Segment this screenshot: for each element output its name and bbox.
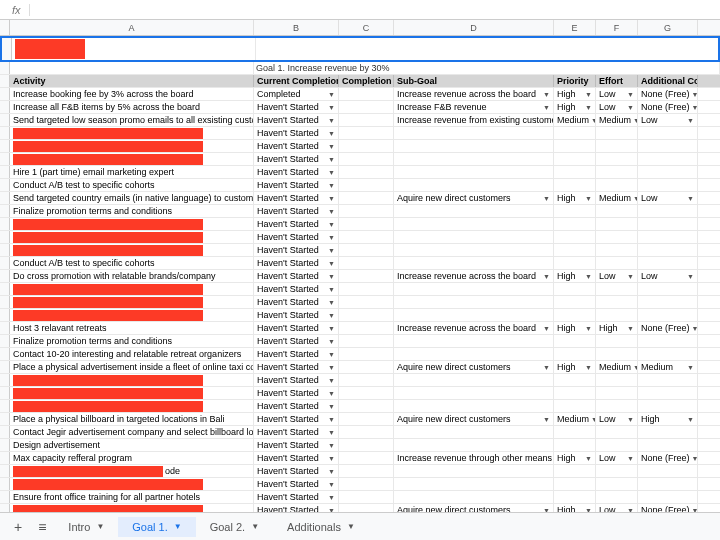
table-row[interactable]: Place a physical billboard in targeted l… bbox=[0, 413, 720, 426]
activity-cell[interactable]: Finalize promotion terms and conditions bbox=[10, 335, 254, 347]
table-row[interactable]: Conduct A/B test to specific cohortsHave… bbox=[0, 179, 720, 192]
dropdown-arrow-icon[interactable]: ▼ bbox=[543, 325, 550, 332]
activity-cell[interactable]: Hire 1 (part time) email marketing exper… bbox=[10, 166, 254, 178]
activity-cell[interactable] bbox=[10, 374, 254, 386]
priority-cell[interactable]: Medium▼ bbox=[554, 114, 596, 126]
activity-cell[interactable] bbox=[10, 309, 254, 321]
dropdown-arrow-icon[interactable]: ▼ bbox=[687, 117, 694, 124]
completion-date-cell[interactable] bbox=[339, 218, 394, 230]
completion-date-cell[interactable] bbox=[339, 101, 394, 113]
completion-rate-cell[interactable]: Haven't Started▼ bbox=[254, 205, 339, 217]
completion-rate-cell[interactable]: Haven't Started▼ bbox=[254, 192, 339, 204]
activity-cell[interactable]: Place a physical advertisement inside a … bbox=[10, 361, 254, 373]
completion-date-cell[interactable] bbox=[339, 270, 394, 282]
sheet-tab[interactable]: Additionals▼ bbox=[273, 517, 369, 537]
table-row[interactable]: Haven't Started▼ bbox=[0, 231, 720, 244]
dropdown-arrow-icon[interactable]: ▼ bbox=[328, 390, 335, 397]
dropdown-arrow-icon[interactable]: ▼ bbox=[585, 104, 592, 111]
effort-cell[interactable]: Low▼ bbox=[596, 88, 638, 100]
priority-cell[interactable] bbox=[554, 309, 596, 321]
activity-cell[interactable] bbox=[10, 231, 254, 243]
priority-cell[interactable] bbox=[554, 374, 596, 386]
cost-cell[interactable] bbox=[638, 179, 698, 191]
effort-cell[interactable] bbox=[596, 179, 638, 191]
effort-cell[interactable] bbox=[596, 348, 638, 360]
effort-cell[interactable] bbox=[596, 153, 638, 165]
dropdown-arrow-icon[interactable]: ▼ bbox=[328, 364, 335, 371]
dropdown-arrow-icon[interactable]: ▼ bbox=[328, 403, 335, 410]
completion-rate-cell[interactable]: Haven't Started▼ bbox=[254, 361, 339, 373]
completion-date-cell[interactable] bbox=[339, 387, 394, 399]
priority-cell[interactable]: High▼ bbox=[554, 361, 596, 373]
activity-cell[interactable]: Do cross promotion with relatable brands… bbox=[10, 270, 254, 282]
table-row[interactable]: Send targeted low season promo emails to… bbox=[0, 114, 720, 127]
completion-date-cell[interactable] bbox=[339, 309, 394, 321]
completion-date-cell[interactable] bbox=[339, 426, 394, 438]
table-row[interactable]: Haven't Started▼ bbox=[0, 140, 720, 153]
completion-rate-cell[interactable]: Haven't Started▼ bbox=[254, 478, 339, 490]
priority-cell[interactable] bbox=[554, 296, 596, 308]
completion-date-cell[interactable] bbox=[339, 114, 394, 126]
priority-cell[interactable] bbox=[554, 491, 596, 503]
cost-cell[interactable]: High▼ bbox=[638, 413, 698, 425]
sub-goal-cell[interactable] bbox=[394, 400, 554, 412]
sub-goal-cell[interactable] bbox=[394, 231, 554, 243]
dropdown-arrow-icon[interactable]: ▼ bbox=[328, 429, 335, 436]
sub-goal-cell[interactable] bbox=[394, 335, 554, 347]
dropdown-arrow-icon[interactable]: ▼ bbox=[328, 325, 335, 332]
activity-cell[interactable]: Finalize promotion terms and conditions bbox=[10, 205, 254, 217]
tab-menu-arrow-icon[interactable]: ▼ bbox=[96, 522, 104, 531]
effort-cell[interactable] bbox=[596, 244, 638, 256]
cost-cell[interactable] bbox=[638, 400, 698, 412]
completion-rate-cell[interactable]: Haven't Started▼ bbox=[254, 270, 339, 282]
activity-cell[interactable] bbox=[10, 127, 254, 139]
completion-rate-cell[interactable]: Haven't Started▼ bbox=[254, 166, 339, 178]
sub-goal-cell[interactable]: Aquire new direct customers▼ bbox=[394, 413, 554, 425]
completion-date-cell[interactable] bbox=[339, 348, 394, 360]
sub-goal-cell[interactable] bbox=[394, 348, 554, 360]
dropdown-arrow-icon[interactable]: ▼ bbox=[585, 195, 592, 202]
dropdown-arrow-icon[interactable]: ▼ bbox=[543, 195, 550, 202]
activity-cell[interactable]: Send targeted low season promo emails to… bbox=[10, 114, 254, 126]
cost-cell[interactable] bbox=[638, 309, 698, 321]
cost-cell[interactable] bbox=[638, 231, 698, 243]
activity-cell[interactable]: Host 3 relavant retreats bbox=[10, 322, 254, 334]
table-row[interactable]: Haven't Started▼ bbox=[0, 296, 720, 309]
completion-date-cell[interactable] bbox=[339, 257, 394, 269]
dropdown-arrow-icon[interactable]: ▼ bbox=[328, 195, 335, 202]
cost-cell[interactable]: None (Free)▼ bbox=[638, 101, 698, 113]
cost-cell[interactable] bbox=[638, 166, 698, 178]
activity-cell[interactable]: Ensure front office training for all par… bbox=[10, 491, 254, 503]
table-row[interactable]: Haven't Started▼ bbox=[0, 153, 720, 166]
completion-rate-cell[interactable]: Haven't Started▼ bbox=[254, 426, 339, 438]
dropdown-arrow-icon[interactable]: ▼ bbox=[328, 312, 335, 319]
priority-cell[interactable] bbox=[554, 348, 596, 360]
effort-cell[interactable] bbox=[596, 491, 638, 503]
activity-cell[interactable]: Conduct A/B test to specific cohorts bbox=[10, 257, 254, 269]
dropdown-arrow-icon[interactable]: ▼ bbox=[328, 143, 335, 150]
completion-date-cell[interactable] bbox=[339, 361, 394, 373]
dropdown-arrow-icon[interactable]: ▼ bbox=[328, 455, 335, 462]
activity-cell[interactable] bbox=[10, 478, 254, 490]
effort-cell[interactable]: Medium▼ bbox=[596, 192, 638, 204]
dropdown-arrow-icon[interactable]: ▼ bbox=[543, 364, 550, 371]
sub-goal-cell[interactable] bbox=[394, 491, 554, 503]
dropdown-arrow-icon[interactable]: ▼ bbox=[328, 91, 335, 98]
effort-cell[interactable] bbox=[596, 218, 638, 230]
priority-cell[interactable] bbox=[554, 478, 596, 490]
completion-rate-cell[interactable]: Haven't Started▼ bbox=[254, 140, 339, 152]
dropdown-arrow-icon[interactable]: ▼ bbox=[328, 377, 335, 384]
completion-rate-cell[interactable]: Haven't Started▼ bbox=[254, 101, 339, 113]
table-row[interactable]: Place a physical advertisement inside a … bbox=[0, 361, 720, 374]
sub-goal-cell[interactable] bbox=[394, 374, 554, 386]
col-header-e[interactable]: E bbox=[554, 20, 596, 35]
cost-cell[interactable] bbox=[638, 296, 698, 308]
completion-rate-cell[interactable]: Haven't Started▼ bbox=[254, 374, 339, 386]
dropdown-arrow-icon[interactable]: ▼ bbox=[687, 416, 694, 423]
priority-cell[interactable]: High▼ bbox=[554, 88, 596, 100]
completion-date-cell[interactable] bbox=[339, 374, 394, 386]
table-row[interactable]: Haven't Started▼ bbox=[0, 244, 720, 257]
priority-cell[interactable]: High▼ bbox=[554, 270, 596, 282]
selected-cell[interactable] bbox=[12, 38, 256, 60]
completion-date-cell[interactable] bbox=[339, 166, 394, 178]
